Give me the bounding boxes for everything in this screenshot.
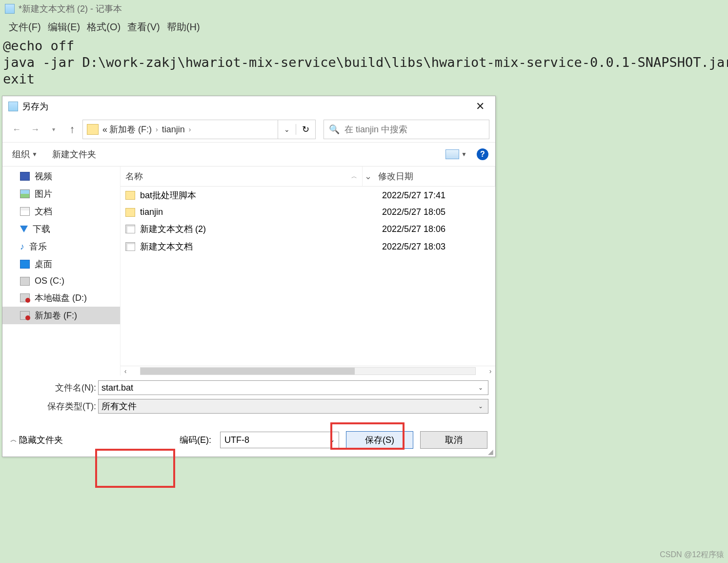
menu-file[interactable]: 文件(F) — [7, 20, 43, 35]
menu-edit[interactable]: 编辑(E) — [46, 20, 82, 35]
chevron-down-icon[interactable]: ⌄ — [330, 437, 335, 443]
folder-icon — [87, 124, 99, 135]
dialog-title-text: 另存为 — [22, 101, 48, 112]
image-icon — [20, 189, 30, 198]
sidebar-item-c[interactable]: OS (C:) — [2, 273, 120, 289]
crumb-sep2-icon: › — [186, 125, 194, 133]
sort-asc-icon: ︿ — [351, 172, 357, 181]
resize-grip-icon[interactable]: ◢ — [488, 448, 493, 456]
crumb-pre: « — [101, 125, 108, 135]
chevron-down-icon[interactable]: ⌄ — [476, 403, 485, 410]
sidebar-item-d[interactable]: 本地磁盘 (D:) — [2, 289, 120, 307]
nav-recent-icon[interactable]: ▾ — [45, 121, 62, 138]
notepad-titlebar: *新建文本文档 (2) - 记事本 — [0, 0, 728, 18]
table-row[interactable]: tianjin2022/5/27 18:05 — [121, 204, 495, 220]
col-name[interactable]: 名称︿ — [121, 167, 363, 186]
notepad-icon — [5, 4, 15, 14]
close-button[interactable]: ✕ — [471, 100, 489, 113]
dialog-icon — [8, 102, 18, 111]
filename-input[interactable]: start.bat⌄ — [98, 380, 488, 395]
drive-icon — [20, 277, 30, 286]
dialog-footer: ︿隐藏文件夹 编码(E): UTF-8⌄ 保存(S) 取消 ◢ — [2, 417, 495, 457]
desktop-icon — [20, 260, 30, 269]
video-icon — [20, 172, 30, 181]
file-header: 名称︿ ⌄ 修改日期 — [121, 167, 495, 187]
download-icon — [20, 226, 28, 232]
notepad-menubar: 文件(F) 编辑(E) 格式(O) 查看(V) 帮助(H) — [0, 18, 728, 37]
file-icon — [125, 242, 135, 251]
new-folder-button[interactable]: 新建文件夹 — [49, 146, 99, 162]
menu-view[interactable]: 查看(V) — [125, 20, 162, 35]
dialog-nav: ← → ▾ ↑ « 新加卷 (F:) › tianjin › ⌄ ↻ 🔍 — [2, 117, 495, 143]
nav-up-icon[interactable]: ↑ — [64, 121, 81, 138]
col-date[interactable]: 修改日期 — [373, 167, 495, 186]
filetype-select[interactable]: 所有文件⌄ — [98, 399, 488, 414]
col-dropdown-icon[interactable]: ⌄ — [363, 171, 373, 182]
scroll-thumb[interactable] — [141, 368, 355, 375]
sidebar: 视频 图片 文档 下载 ♪音乐 桌面 OS (C:) 本地磁盘 (D:) 新加卷… — [2, 167, 121, 375]
organize-button[interactable]: 组织▼ — [9, 146, 40, 162]
dialog-toolbar: 组织▼ 新建文件夹 ▼ ? — [2, 143, 495, 167]
watermark: CSDN @12程序猿 — [660, 550, 724, 560]
drive-icon — [20, 311, 30, 320]
drive-icon — [20, 293, 30, 302]
cancel-button[interactable]: 取消 — [420, 431, 487, 449]
doc-icon — [20, 207, 30, 216]
filename-label: 文件名(N): — [9, 382, 98, 394]
encoding-label: 编码(E): — [180, 434, 211, 446]
notepad-title-text: *新建文本文档 (2) - 记事本 — [19, 3, 122, 15]
chevron-down-icon: ▼ — [32, 151, 38, 158]
view-mode-button[interactable]: ▼ — [443, 147, 470, 161]
nav-back-icon[interactable]: ← — [8, 121, 25, 138]
folder-icon — [125, 191, 135, 200]
scroll-right-icon[interactable]: › — [485, 367, 495, 375]
file-list: 名称︿ ⌄ 修改日期 bat批处理脚本2022/5/27 17:41 tianj… — [121, 167, 495, 375]
search-box[interactable]: 🔍 — [324, 120, 489, 139]
save-button[interactable]: 保存(S) — [346, 431, 413, 449]
table-row[interactable]: bat批处理脚本2022/5/27 17:41 — [121, 187, 495, 204]
notepad-editor[interactable]: @echo off java -jar D:\work-zakj\hwariot… — [0, 37, 728, 88]
nav-forward-icon[interactable]: → — [27, 121, 43, 138]
view-list-icon — [445, 149, 459, 159]
search-icon: 🔍 — [324, 124, 344, 135]
filetype-label: 保存类型(T): — [9, 400, 98, 412]
crumb-folder[interactable]: tianjin — [161, 125, 186, 135]
crumb-vol[interactable]: 新加卷 (F:) — [108, 124, 153, 135]
address-bar[interactable]: « 新加卷 (F:) › tianjin › ⌄ ↻ — [82, 120, 316, 139]
menu-format[interactable]: 格式(O) — [85, 20, 122, 35]
sidebar-item-image[interactable]: 图片 — [2, 185, 120, 203]
sidebar-item-video[interactable]: 视频 — [2, 167, 120, 185]
menu-help[interactable]: 帮助(H) — [165, 20, 202, 35]
chevron-down-icon[interactable]: ⌄ — [476, 384, 485, 391]
table-row[interactable]: 新建文本文档 (2)2022/5/27 18:06 — [121, 220, 495, 238]
help-icon[interactable]: ? — [477, 148, 488, 160]
sidebar-item-music[interactable]: ♪音乐 — [2, 238, 120, 255]
sidebar-item-download[interactable]: 下载 — [2, 220, 120, 238]
crumb-sep-icon: › — [153, 125, 161, 133]
hide-folders-button[interactable]: ︿隐藏文件夹 — [10, 434, 63, 446]
chevron-down-icon: ▼ — [461, 151, 467, 158]
chevron-up-icon: ︿ — [10, 436, 17, 444]
dialog-titlebar: 另存为 ✕ — [2, 96, 495, 117]
sidebar-item-desktop[interactable]: 桌面 — [2, 255, 120, 273]
sidebar-item-doc[interactable]: 文档 — [2, 203, 120, 220]
scroll-left-icon[interactable]: ‹ — [121, 367, 130, 375]
dialog-form: 文件名(N): start.bat⌄ 保存类型(T): 所有文件⌄ — [2, 375, 495, 417]
music-icon: ♪ — [20, 242, 24, 252]
save-as-dialog: 另存为 ✕ ← → ▾ ↑ « 新加卷 (F:) › tianjin › ⌄ ↻… — [2, 96, 496, 457]
horizontal-scrollbar[interactable]: ‹ › — [121, 366, 495, 375]
sidebar-item-f[interactable]: 新加卷 (F:) — [2, 307, 120, 324]
search-input[interactable] — [344, 125, 489, 135]
table-row[interactable]: 新建文本文档2022/5/27 18:03 — [121, 238, 495, 255]
address-dropdown-icon[interactable]: ⌄ — [278, 125, 296, 133]
encoding-select[interactable]: UTF-8⌄ — [220, 432, 339, 448]
file-icon — [125, 225, 135, 233]
folder-icon — [125, 208, 135, 217]
refresh-icon[interactable]: ↻ — [296, 124, 315, 135]
